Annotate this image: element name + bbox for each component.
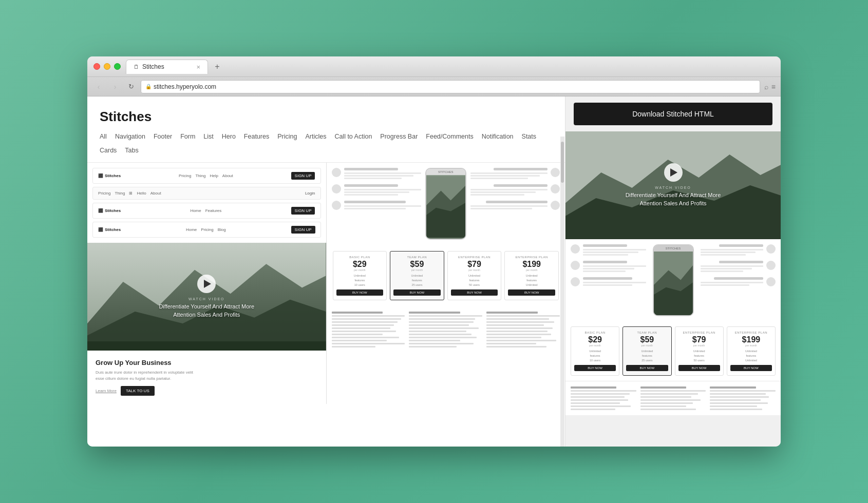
back-button[interactable]: ‹ bbox=[92, 81, 105, 93]
rp-pricing-price-enterprise: $79 bbox=[678, 336, 720, 344]
url-bar[interactable]: 🔒 stitches.hyperyolo.com bbox=[141, 80, 760, 93]
feature-text-1 bbox=[344, 168, 421, 179]
rp-pricing-tier-team: TEAM PLAN bbox=[626, 331, 668, 334]
lock-icon: 🔒 bbox=[145, 84, 152, 89]
phone-header: STITCHES bbox=[426, 169, 465, 175]
refresh-button[interactable]: ↻ bbox=[125, 81, 137, 92]
nav-link-articles[interactable]: Articles bbox=[305, 131, 326, 143]
nav-link-cards[interactable]: Cards bbox=[100, 145, 117, 157]
forward-button[interactable]: › bbox=[109, 81, 121, 93]
nav-logo-3: ⬛ Stitches bbox=[98, 208, 121, 213]
tab-favicon-icon: 🗒 bbox=[134, 64, 139, 70]
rp-pricing-btn-team[interactable]: BUY NOW bbox=[626, 365, 668, 371]
nav-signup-btn-4[interactable]: SIGN UP bbox=[291, 226, 315, 234]
rp-pricing-price-premium: $199 bbox=[730, 336, 772, 344]
pricing-btn-enterprise[interactable]: BUY NOW bbox=[451, 289, 498, 296]
feature-item-3 bbox=[332, 201, 421, 210]
main-scrollbar[interactable] bbox=[560, 137, 564, 447]
tab-title: Stitches bbox=[142, 63, 164, 70]
nav-preview-2: PricingThing⊞HelloAbout Login bbox=[92, 187, 321, 200]
pricing-card-premium: ENTERPRISE PLAN $199 per month Unlimited… bbox=[504, 251, 559, 300]
nav-preview-3: ⬛ Stitches HomeFeatures SIGN UP bbox=[92, 203, 321, 219]
pricing-tier-enterprise: ENTERPRISE PLAN bbox=[451, 256, 498, 259]
rp-phone-body bbox=[654, 252, 693, 316]
rp-feature-2 bbox=[571, 261, 646, 272]
browser-window: 🗒 Stitches × + ‹ › ↻ 🔒 stitches.hyperyol… bbox=[87, 56, 781, 447]
nav-link-notification[interactable]: Notification bbox=[482, 131, 514, 143]
feature-title-2 bbox=[344, 184, 398, 187]
feature-icon-2 bbox=[332, 184, 341, 194]
feature-item-r2 bbox=[470, 184, 560, 196]
nav-link-all[interactable]: All bbox=[100, 131, 107, 143]
cta-button[interactable]: TALK TO US bbox=[121, 386, 155, 396]
nav-link-form[interactable]: Form bbox=[180, 131, 195, 143]
minimize-button[interactable] bbox=[104, 63, 110, 70]
nav-link-cta[interactable]: Call to Action bbox=[334, 131, 372, 143]
feature-icon-r1 bbox=[551, 168, 560, 177]
feature-title-r3 bbox=[486, 201, 548, 203]
maximize-button[interactable] bbox=[114, 63, 121, 70]
rp-pricing-period-team: per month bbox=[626, 344, 668, 347]
rp-pricing-card-basic: BASIC PLAN $29 per month Unlimitedfeatur… bbox=[571, 326, 619, 376]
tab-close-icon[interactable]: × bbox=[196, 63, 200, 71]
pricing-btn-team[interactable]: BUY NOW bbox=[393, 289, 441, 296]
nav-preview-4: ⬛ Stitches HomePricingBlog SIGN UP bbox=[92, 222, 321, 238]
nav-logo-4: ⬛ Stitches bbox=[98, 227, 121, 232]
pricing-period-premium: per month bbox=[508, 268, 555, 272]
play-icon bbox=[204, 280, 211, 288]
rp-play-button[interactable] bbox=[664, 163, 683, 182]
tab-area: 🗒 Stitches × + bbox=[126, 60, 775, 74]
hero-overlay: WATCH VIDEO Differentiate Yourself And A… bbox=[87, 243, 326, 351]
rp-phone-header: STITCHES bbox=[654, 245, 693, 252]
feature-icon-3 bbox=[332, 201, 341, 210]
pricing-btn-premium[interactable]: BUY NOW bbox=[508, 289, 555, 296]
pricing-period-basic: per month bbox=[336, 268, 384, 272]
rp-feature-title-2 bbox=[583, 261, 627, 263]
feature-title-r1 bbox=[494, 168, 548, 170]
rp-hero-preview: WATCH VIDEO Differentiate Yourself And A… bbox=[565, 131, 781, 239]
pricing-features-enterprise: Unlimitedfeatures50 users bbox=[451, 274, 498, 287]
nav-link-features[interactable]: Features bbox=[244, 131, 269, 143]
new-tab-button[interactable]: + bbox=[210, 60, 224, 74]
browser-tab[interactable]: 🗒 Stitches × bbox=[126, 60, 208, 74]
nav-link-tabs[interactable]: Tabs bbox=[125, 145, 138, 157]
feature-item-1 bbox=[332, 168, 421, 179]
feature-item-r1 bbox=[470, 168, 560, 179]
rp-hero-title: Differentiate Yourself And Attract MoreA… bbox=[626, 191, 721, 207]
cta-link[interactable]: Learn More bbox=[96, 389, 117, 393]
article-col-1 bbox=[332, 312, 405, 347]
rp-pricing-btn-enterprise[interactable]: BUY NOW bbox=[678, 365, 720, 371]
nav-link-hero[interactable]: Hero bbox=[222, 131, 236, 143]
nav-link-stats[interactable]: Stats bbox=[522, 131, 537, 143]
menu-icon[interactable]: ≡ bbox=[771, 83, 776, 91]
nav-link-list[interactable]: List bbox=[203, 131, 213, 143]
address-bar: ‹ › ↻ 🔒 stitches.hyperyolo.com ⌕ ≡ bbox=[87, 77, 781, 96]
nav-link-pricing[interactable]: Pricing bbox=[277, 131, 297, 143]
nav-link-progress[interactable]: Progress Bar bbox=[380, 131, 418, 143]
nav-previews: ⬛ Stitches PricingThingHelpAbout SIGN UP… bbox=[87, 163, 326, 243]
hero-title: Differentiate Yourself And Attract MoreA… bbox=[159, 303, 254, 319]
nav-link-navigation[interactable]: Navigation bbox=[115, 131, 145, 143]
rp-feature-text-r2 bbox=[701, 261, 764, 272]
nav-signup-btn-1[interactable]: SIGN UP bbox=[291, 172, 315, 180]
scrollbar-thumb[interactable] bbox=[561, 142, 564, 183]
nav-signup-btn-3[interactable]: SIGN UP bbox=[291, 207, 315, 215]
rp-pricing-btn-premium[interactable]: BUY NOW bbox=[730, 365, 772, 371]
feature-text-r2 bbox=[470, 184, 548, 196]
rp-feature-text-3 bbox=[583, 277, 646, 286]
nav-link-feed[interactable]: Feed/Comments bbox=[426, 131, 473, 143]
nav-link-footer[interactable]: Footer bbox=[154, 131, 172, 143]
nav-login-2[interactable]: Login bbox=[305, 191, 315, 196]
rp-phone-wrap: STITCHES bbox=[650, 244, 696, 316]
pricing-btn-basic[interactable]: BUY NOW bbox=[336, 289, 384, 296]
rp-feature-r1 bbox=[701, 244, 776, 256]
download-button[interactable]: Download Stitched HTML bbox=[574, 103, 772, 125]
pricing-card-basic: BASIC PLAN $29 per month Unlimitedfeatur… bbox=[333, 251, 387, 300]
rp-pricing-btn-basic[interactable]: BUY NOW bbox=[574, 365, 616, 371]
play-button[interactable] bbox=[197, 275, 216, 293]
close-button[interactable] bbox=[93, 63, 100, 70]
rp-article-title-1 bbox=[571, 386, 616, 389]
search-icon[interactable]: ⌕ bbox=[764, 83, 768, 91]
pricing-price-team: $59 bbox=[393, 260, 441, 268]
articles-preview bbox=[327, 306, 565, 353]
